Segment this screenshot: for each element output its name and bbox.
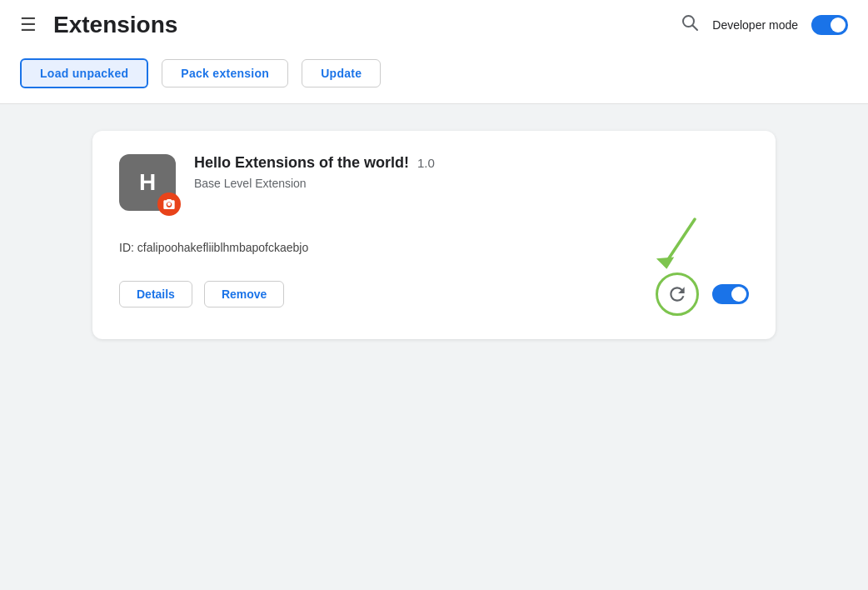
extension-icon-badge	[157, 192, 181, 216]
load-unpacked-button[interactable]: Load unpacked	[20, 58, 148, 88]
extension-id-row: ID: cfalipoohakefliiblhmbapofckaebjo	[119, 241, 749, 254]
developer-mode-toggle-thumb	[831, 18, 846, 32]
extension-description: Base Level Extension	[194, 177, 435, 190]
extension-id: ID: cfalipoohakefliiblhmbapofckaebjo	[119, 241, 308, 254]
developer-mode-label: Developer mode	[712, 18, 798, 32]
extension-toggle[interactable]	[712, 284, 749, 304]
extension-info: Hello Extensions of the world! 1.0 Base …	[194, 154, 435, 190]
extension-name-row: Hello Extensions of the world! 1.0	[194, 154, 435, 172]
extension-card: H Hello Extensions of the world! 1.0	[92, 131, 776, 339]
extension-card-bottom: Details Remove	[119, 272, 749, 316]
update-button[interactable]: Update	[302, 59, 381, 88]
svg-line-1	[693, 26, 698, 31]
developer-mode-toggle-track	[811, 15, 848, 35]
search-icon[interactable]	[681, 13, 699, 37]
main-content: H Hello Extensions of the world! 1.0	[0, 104, 868, 590]
extension-card-right	[656, 272, 749, 316]
extension-icon-wrapper: H	[119, 154, 176, 211]
pack-extension-button[interactable]: Pack extension	[162, 59, 288, 88]
remove-button[interactable]: Remove	[204, 281, 284, 308]
extension-card-actions: Details Remove	[119, 281, 284, 308]
reload-button[interactable]	[656, 272, 699, 316]
svg-marker-3	[656, 257, 674, 268]
reload-icon	[666, 283, 688, 305]
extension-name: Hello Extensions of the world!	[194, 154, 409, 172]
extensions-page: ☰ Extensions Developer mode Load unpacke…	[0, 0, 868, 590]
header-right: Developer mode	[681, 13, 848, 37]
extension-toggle-thumb	[731, 287, 746, 302]
extension-version: 1.0	[417, 156, 435, 170]
developer-mode-toggle[interactable]	[811, 15, 848, 35]
page-title: Extensions	[53, 12, 681, 38]
reload-button-wrapper	[656, 272, 699, 316]
header: ☰ Extensions Developer mode	[0, 0, 868, 50]
extension-card-top: H Hello Extensions of the world! 1.0	[119, 154, 749, 211]
toolbar: Load unpacked Pack extension Update	[0, 50, 868, 103]
details-button[interactable]: Details	[119, 281, 192, 308]
hamburger-icon[interactable]: ☰	[20, 16, 37, 34]
